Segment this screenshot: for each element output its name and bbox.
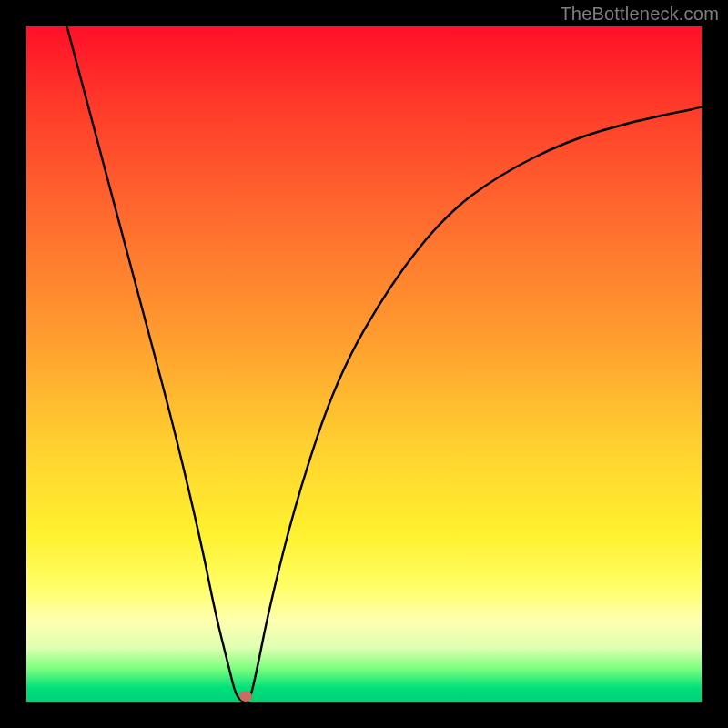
chart-frame: TheBottleneck.com [0,0,728,728]
watermark-text: TheBottleneck.com [560,4,719,25]
min-point-marker [239,691,252,702]
bottleneck-curve-path [67,26,703,702]
plot-area [26,26,702,702]
chart-curve [26,26,702,702]
